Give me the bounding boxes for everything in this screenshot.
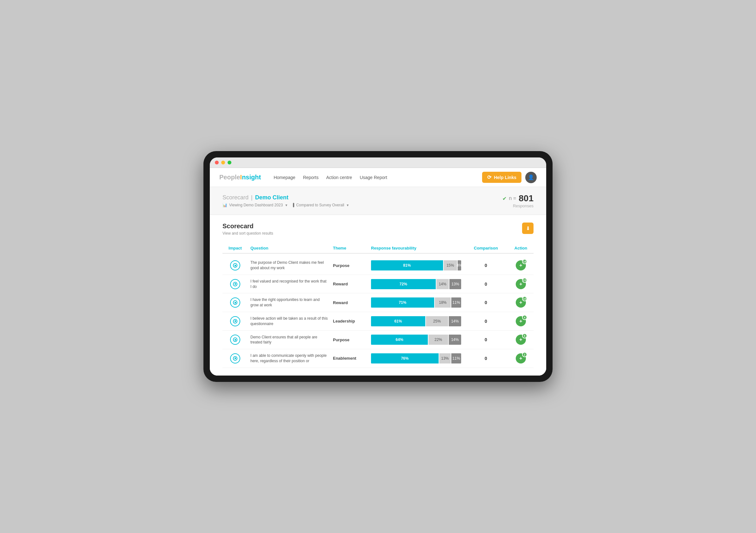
browser-content: People I nsight Homepage Reports Action … [210, 168, 546, 376]
bar-neutral: 14% [436, 279, 449, 289]
impact-inner [233, 356, 237, 361]
td-bar: 61% 25% 14% [368, 316, 464, 326]
section-title: Scorecard [223, 223, 273, 230]
user-icon: 👤 [528, 174, 534, 180]
bar-container: 81% 15% 4% [371, 260, 461, 270]
table-row: The purpose of Demo Client makes me feel… [223, 256, 533, 275]
action-badge: 18 [522, 259, 527, 264]
navbar: People I nsight Homepage Reports Action … [210, 168, 546, 187]
theme-label: Reward [333, 282, 348, 286]
theme-label: Purpose [333, 263, 349, 268]
compare-bar-icon [293, 203, 294, 207]
breadcrumb-left: Scorecard | Demo Client 📊 Viewing Demo D… [223, 194, 349, 207]
td-impact [223, 279, 248, 289]
nav-reports[interactable]: Reports [303, 174, 319, 181]
td-comparison: 0 [464, 282, 508, 287]
viewing-chevron: ▼ [285, 204, 288, 207]
dot-yellow[interactable] [221, 161, 225, 164]
help-icon: ⟳ [487, 174, 491, 180]
td-theme: Reward [330, 300, 368, 305]
bar-neutral: 15% [444, 260, 457, 270]
logo-people-text: People [219, 174, 240, 181]
action-button[interactable]: + 18 [516, 260, 526, 270]
td-comparison: 0 [464, 300, 508, 305]
bar-container: 61% 25% 14% [371, 316, 461, 326]
response-n-prefix: n = [509, 196, 516, 201]
action-badge: 4 [522, 315, 527, 320]
nav-action-centre[interactable]: Action centre [326, 174, 352, 181]
impact-icon [230, 279, 240, 289]
main-content: Scorecard View and sort question results… [210, 215, 546, 376]
bar-negative: 14% [449, 316, 461, 326]
nav-usage-report[interactable]: Usage Report [360, 174, 387, 181]
logo-insight-text: nsight [242, 174, 261, 181]
breadcrumb-separator: | [251, 194, 253, 201]
viewing-selector[interactable]: 📊 Viewing Demo Dashboard 2023 ▼ [223, 203, 288, 207]
impact-icon [230, 316, 240, 326]
th-impact: Impact [223, 246, 248, 250]
action-button[interactable]: + 5 [516, 335, 526, 345]
td-bar: 72% 14% 13% [368, 279, 464, 289]
impact-icon [230, 335, 240, 345]
user-avatar[interactable]: 👤 [525, 172, 537, 183]
impact-inner [233, 300, 237, 305]
td-action: + 18 [508, 260, 533, 270]
section-title-area: Scorecard View and sort question results [223, 223, 273, 236]
download-button[interactable]: ⬇ [522, 223, 533, 234]
nav-homepage[interactable]: Homepage [274, 174, 295, 181]
action-badge: 2 [522, 352, 527, 357]
table-body: The purpose of Demo Client makes me feel… [223, 256, 533, 368]
td-comparison: 0 [464, 263, 508, 268]
logo: People I nsight [219, 174, 261, 181]
action-button[interactable]: + 10 [516, 297, 526, 308]
bar-container: 64% 22% 14% [371, 335, 461, 345]
help-links-button[interactable]: ⟳ Help Links [482, 172, 522, 183]
table-row: I believe action will be taken as a resu… [223, 312, 533, 331]
td-comparison: 0 [464, 337, 508, 342]
impact-dot [234, 283, 236, 285]
response-count: ✔ n = 801 Responses [502, 193, 533, 208]
dot-red[interactable] [215, 161, 219, 164]
action-button[interactable]: + 4 [516, 316, 526, 326]
td-question: I have the right opportunities to learn … [248, 297, 330, 308]
td-action: + 10 [508, 297, 533, 308]
table-row: I have the right opportunities to learn … [223, 293, 533, 312]
action-badge: 10 [522, 296, 527, 301]
td-question: I believe action will be taken as a resu… [248, 316, 330, 327]
td-question: I am able to communicate openly with peo… [248, 353, 330, 364]
chart-icon: 📊 [223, 203, 227, 207]
theme-label: Purpose [333, 337, 349, 342]
td-question: Demo Client ensures that all people are … [248, 335, 330, 345]
th-question: Question [248, 246, 330, 250]
bar-container: 76% 13% 11% [371, 353, 461, 363]
impact-dot [234, 320, 236, 322]
compare-selector[interactable]: Compared to Survey Overall ▼ [293, 203, 349, 207]
check-icon: ✔ [502, 196, 506, 202]
impact-inner [233, 282, 237, 286]
td-comparison: 0 [464, 319, 508, 324]
th-response-fav: Response favourability [368, 246, 464, 250]
breadcrumb-scorecard: Scorecard [223, 194, 249, 201]
action-button[interactable]: + 23 [516, 279, 526, 289]
bar-positive: 71% [371, 297, 434, 308]
impact-dot [234, 302, 236, 303]
bar-neutral: 22% [428, 335, 448, 345]
th-comparison: Comparison [464, 246, 508, 250]
dot-green[interactable] [228, 161, 231, 164]
td-theme: Leadership [330, 319, 368, 323]
impact-dot [234, 357, 236, 359]
impact-inner [233, 319, 237, 323]
td-impact [223, 297, 248, 308]
td-comparison: 0 [464, 356, 508, 361]
bar-container: 72% 14% 13% [371, 279, 461, 289]
td-impact [223, 316, 248, 326]
impact-icon [230, 353, 240, 363]
action-button[interactable]: + 2 [516, 353, 526, 363]
device-frame: People I nsight Homepage Reports Action … [203, 151, 553, 382]
action-badge: 5 [522, 333, 527, 338]
td-impact [223, 353, 248, 363]
response-text: Responses [513, 204, 533, 208]
compare-chevron: ▼ [346, 204, 349, 207]
td-theme: Reward [330, 282, 368, 286]
impact-inner [233, 263, 237, 267]
